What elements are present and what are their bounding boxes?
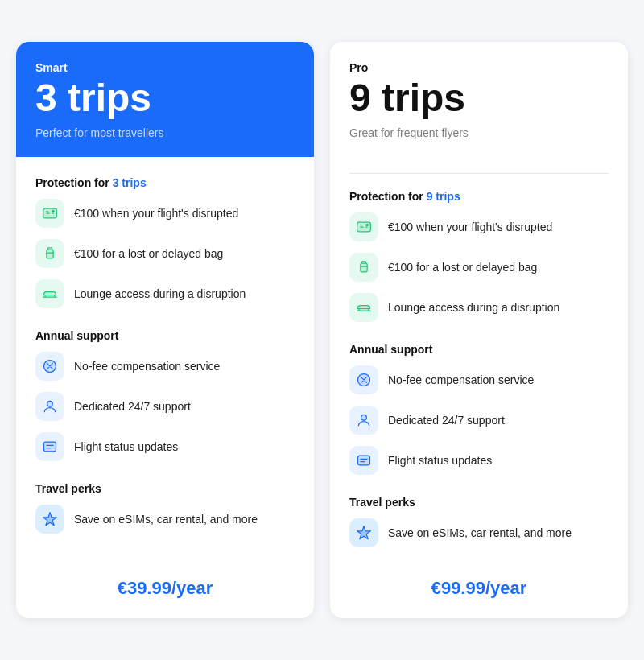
pro-lounge-access-icon [349,293,378,322]
smart-annual-item-2: Dedicated 24/7 support [35,392,295,421]
pro-annual-item-1: No-fee compensation service [349,365,609,394]
svg-rect-20 [358,456,370,465]
no-fee-icon [35,352,64,381]
svg-rect-0 [43,208,57,218]
pro-protection-highlight: 9 trips [427,190,460,203]
svg-point-2 [52,210,55,212]
pro-perks-text-1: Save on eSIMs, car rental, and more [388,526,572,540]
smart-protection-item-3: Lounge access during a disruption [35,279,295,308]
pro-flight-disrupted-icon [349,212,378,241]
pro-perks-title: Travel perks [349,496,609,509]
pro-perks-section: Travel perks Save on eSIMs, car rental, … [349,493,609,559]
pro-annual-text-2: Dedicated 24/7 support [388,413,505,427]
pro-divider [349,173,609,174]
pro-annual-section: Annual support No-fee compensation servi… [349,340,609,486]
smart-perks-text-1: Save on eSIMs, car rental, and more [74,512,258,526]
pro-lost-bag-icon [349,253,378,282]
smart-price: €39.99/year [35,578,295,599]
pro-protection-text-3: Lounge access during a disruption [388,300,559,315]
pro-annual-text-1: No-fee compensation service [388,373,534,387]
pro-trips-count: 9 trips [349,77,609,120]
pro-subtitle: Great for frequent flyers [349,126,609,139]
cards-container: Smart 3 trips Perfect for most traveller… [0,26,644,634]
perks-icon [35,505,64,534]
smart-price-section: €39.99/year [35,565,295,599]
smart-perks-section: Travel perks Save on eSIMs, car rental, … [35,479,295,545]
smart-protection-text-1: €100 when your flight's disrupted [74,206,238,221]
smart-annual-text-2: Dedicated 24/7 support [74,399,191,414]
lounge-access-icon [35,279,64,308]
smart-perks-item-1: Save on eSIMs, car rental, and more [35,505,295,534]
pro-no-fee-icon [349,365,378,394]
smart-protection-item-2: €100 for a lost or delayed bag [35,239,295,268]
smart-card-header: Smart 3 trips Perfect for most traveller… [16,42,314,157]
smart-trips-count: 3 trips [35,77,295,120]
smart-protection-highlight: 3 trips [113,176,147,189]
pro-price: €99.99/year [349,578,609,599]
pro-protection-title: Protection for 9 trips [349,190,609,203]
support-icon [35,392,64,421]
pro-protection-item-2: €100 for a lost or delayed bag [349,253,609,282]
svg-rect-3 [47,250,53,258]
pro-perks-item-1: Save on eSIMs, car rental, and more [349,518,609,547]
pro-annual-text-3: Flight status updates [388,453,492,468]
smart-protection-section: Protection for 3 trips €100 when your fl… [35,173,295,320]
smart-protection-text-2: €100 for a lost or delayed bag [74,246,223,261]
smart-perks-title: Travel perks [35,482,295,495]
flight-status-icon [35,432,64,461]
pro-flight-status-icon [349,446,378,475]
pro-card-body: Protection for 9 trips €100 when your fl… [330,157,628,618]
pro-price-section: €99.99/year [349,565,609,599]
smart-annual-title: Annual support [35,329,295,342]
pro-protection-item-1: €100 when your flight's disrupted [349,212,609,241]
smart-card-body: Protection for 3 trips €100 when your fl… [16,157,314,618]
svg-rect-11 [357,222,371,232]
pro-perks-icon [349,518,378,547]
smart-annual-text-3: Flight status updates [74,439,178,454]
smart-plan-label: Smart [35,61,295,74]
smart-protection-title: Protection for 3 trips [35,176,295,189]
pro-annual-title: Annual support [349,343,609,356]
flight-disrupted-icon [35,199,64,228]
pro-annual-item-3: Flight status updates [349,446,609,475]
svg-point-13 [366,224,369,226]
pro-support-icon [349,406,378,435]
pro-card: Pro 9 trips Great for frequent flyers Pr… [330,42,628,618]
pro-protection-text-2: €100 for a lost or delayed bag [388,260,537,274]
smart-protection-item-1: €100 when your flight's disrupted [35,199,295,228]
pro-protection-item-3: Lounge access during a disruption [349,293,609,322]
smart-annual-text-1: No-fee compensation service [74,359,220,373]
pro-plan-label: Pro [349,61,609,74]
pro-annual-item-2: Dedicated 24/7 support [349,406,609,435]
smart-annual-section: Annual support No-fee compensation servi… [35,326,295,472]
smart-card: Smart 3 trips Perfect for most traveller… [16,42,314,618]
smart-subtitle: Perfect for most travellers [35,126,295,139]
svg-rect-14 [361,263,367,272]
smart-protection-text-3: Lounge access during a disruption [74,287,246,301]
svg-rect-9 [44,442,56,452]
pro-protection-section: Protection for 9 trips €100 when your fl… [349,187,609,333]
smart-annual-item-1: No-fee compensation service [35,352,295,381]
smart-annual-item-3: Flight status updates [35,432,295,461]
lost-bag-icon [35,239,64,268]
pro-protection-text-1: €100 when your flight's disrupted [388,220,552,234]
pro-card-header: Pro 9 trips Great for frequent flyers [330,42,628,157]
